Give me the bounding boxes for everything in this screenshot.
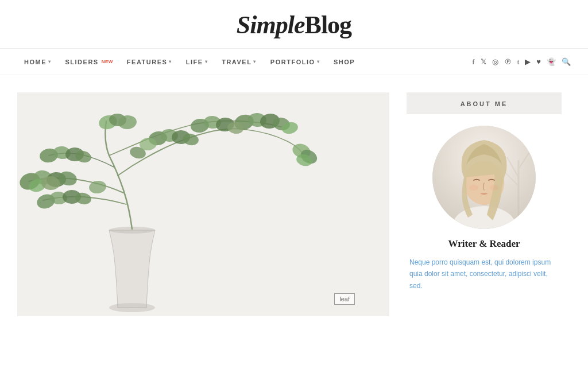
portrait-illustration — [432, 126, 536, 229]
hero-image-inner: leaf — [17, 92, 389, 316]
about-title-bar: ABOUT ME — [407, 92, 562, 114]
chevron-down-icon: ▾ — [169, 59, 172, 64]
search-icon[interactable]: 🔍 — [562, 57, 571, 67]
about-widget: ABOUT ME — [407, 92, 562, 292]
instagram-icon[interactable]: ◎ — [492, 57, 498, 67]
nav-item-portfolio[interactable]: PORTFOLIO ▾ — [264, 49, 327, 75]
nav-items: HOME ▾ SLIDERS NEW FEATURES ▾ LIFE ▾ TRA… — [17, 49, 362, 75]
logo-blog: Blog — [305, 11, 352, 39]
person-title: Writer & Reader — [407, 238, 562, 250]
main-nav: HOME ▾ SLIDERS NEW FEATURES ▾ LIFE ▾ TRA… — [0, 49, 588, 75]
chevron-down-icon: ▾ — [317, 59, 320, 64]
nav-item-shop[interactable]: SHOP — [327, 49, 362, 75]
logo-simple: Simple — [237, 11, 305, 39]
pinterest-icon[interactable]: ℗ — [504, 57, 512, 67]
heart-icon[interactable]: ♥ — [536, 57, 541, 67]
nav-item-sliders[interactable]: SLIDERS NEW — [59, 49, 120, 75]
facebook-icon[interactable]: f — [472, 57, 474, 67]
plant-illustration — [17, 92, 389, 316]
social-icons: f 𝕏 ◎ ℗ t ▶ ♥ 👻 🔍 — [472, 57, 571, 67]
main-content: leaf — [17, 92, 389, 316]
nav-item-travel[interactable]: TRAVEL ▾ — [215, 49, 264, 75]
site-logo[interactable]: SimpleBlog — [0, 13, 588, 38]
nav-item-life[interactable]: LIFE ▾ — [179, 49, 215, 75]
chevron-down-icon: ▾ — [205, 59, 208, 64]
about-text: Neque porro quisquam est, qui dolorem ip… — [407, 257, 562, 292]
image-label: leaf — [334, 293, 355, 305]
hero-image: leaf — [17, 92, 389, 316]
nav-item-home[interactable]: HOME ▾ — [17, 49, 59, 75]
about-photo-wrap — [407, 126, 562, 229]
chevron-down-icon: ▾ — [253, 59, 257, 64]
chevron-down-icon: ▾ — [48, 59, 52, 64]
nav-item-features[interactable]: FEATURES ▾ — [120, 49, 179, 75]
twitter-icon[interactable]: 𝕏 — [481, 57, 486, 67]
svg-point-50 — [490, 185, 499, 191]
svg-point-49 — [469, 185, 478, 191]
tumblr-icon[interactable]: t — [517, 57, 520, 67]
avatar — [432, 126, 536, 229]
snapchat-icon[interactable]: 👻 — [547, 57, 556, 67]
new-badge: NEW — [102, 59, 113, 64]
content-area: leaf ABOUT ME — [0, 75, 588, 316]
sidebar: ABOUT ME — [407, 92, 562, 316]
site-header: SimpleBlog — [0, 0, 588, 49]
youtube-icon[interactable]: ▶ — [525, 57, 531, 67]
about-title: ABOUT ME — [461, 100, 508, 107]
